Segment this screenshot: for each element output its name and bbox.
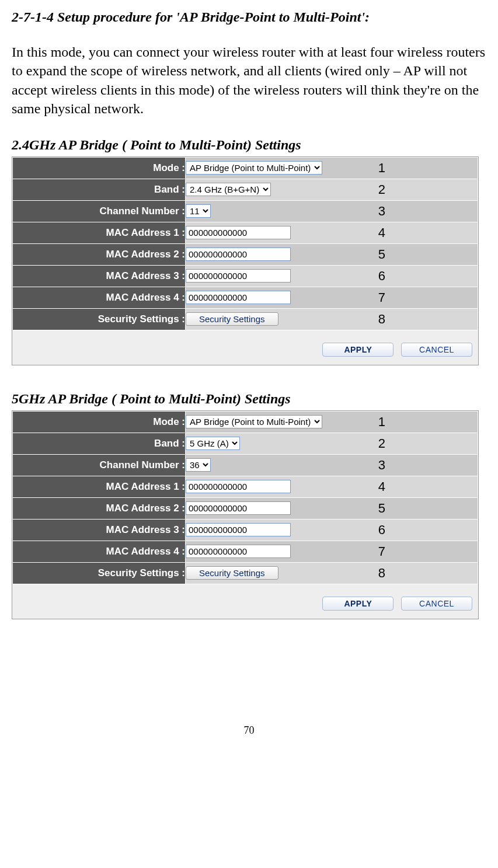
mac-address-input[interactable] — [186, 501, 291, 515]
row-annotation-number: 5 — [378, 501, 385, 516]
select-input[interactable]: 5 GHz (A) — [186, 437, 240, 450]
row-value-cell: 6 — [186, 265, 478, 287]
row-label: MAC Address 4 : — [13, 287, 186, 308]
apply-button[interactable]: APPLY — [322, 597, 393, 611]
security-settings-button[interactable]: Security Settings — [186, 312, 278, 326]
row-annotation-number: 6 — [378, 522, 385, 538]
row-annotation-number: 7 — [378, 544, 385, 559]
select-input[interactable]: 2.4 GHz (B+G+N) — [186, 183, 271, 196]
row-value-cell: 7 — [186, 541, 478, 562]
mac-address-input[interactable] — [186, 480, 291, 493]
config-row: MAC Address 3 :6 — [13, 265, 478, 287]
config-panel-24ghz: Mode :AP Bridge (Point to Multi-Point)1B… — [12, 156, 479, 365]
row-label: Channel Number : — [13, 200, 186, 222]
row-label: Channel Number : — [13, 454, 186, 476]
row-label: Security Settings : — [13, 308, 186, 330]
config-row: MAC Address 4 :7 — [13, 541, 478, 562]
row-annotation-number: 2 — [378, 182, 385, 197]
config-panel-5ghz: Mode :AP Bridge (Point to Multi-Point)1B… — [12, 410, 479, 619]
subheading-5ghz: 5GHz AP Bridge ( Point to Multi-Point) S… — [12, 391, 486, 407]
row-value-cell: 7 — [186, 287, 478, 308]
row-label: MAC Address 2 : — [13, 243, 186, 265]
row-value-cell: 4 — [186, 476, 478, 497]
row-label: MAC Address 3 : — [13, 519, 186, 541]
config-row: Channel Number :113 — [13, 200, 478, 222]
row-label: Mode : — [13, 411, 186, 433]
cancel-button[interactable]: CANCEL — [401, 597, 472, 611]
mac-address-input[interactable] — [186, 247, 291, 261]
config-row: Band :2.4 GHz (B+G+N)2 — [13, 179, 478, 200]
row-annotation-number: 8 — [378, 566, 385, 581]
row-value-cell: Security Settings8 — [186, 562, 478, 584]
row-annotation-number: 4 — [378, 479, 385, 494]
row-label: Security Settings : — [13, 562, 186, 584]
row-value-cell: Security Settings8 — [186, 308, 478, 330]
button-row: APPLY CANCEL — [12, 584, 478, 611]
subheading-24ghz: 2.4GHz AP Bridge ( Point to Multi-Point)… — [12, 137, 486, 153]
section-title: 2-7-1-4 Setup procedure for 'AP Bridge-P… — [12, 9, 486, 25]
row-label: Band : — [13, 179, 186, 200]
apply-button[interactable]: APPLY — [322, 343, 393, 357]
security-settings-button[interactable]: Security Settings — [186, 566, 278, 580]
config-table-5ghz: Mode :AP Bridge (Point to Multi-Point)1B… — [12, 411, 478, 584]
row-value-cell: 4 — [186, 222, 478, 243]
row-label: MAC Address 3 : — [13, 265, 186, 287]
row-label: Mode : — [13, 157, 186, 179]
row-annotation-number: 3 — [378, 458, 385, 473]
row-value-cell: 2.4 GHz (B+G+N)2 — [186, 179, 478, 200]
select-input[interactable]: 36 — [186, 458, 211, 472]
config-row: MAC Address 2 :5 — [13, 243, 478, 265]
row-value-cell: 363 — [186, 454, 478, 476]
select-input[interactable]: 11 — [186, 204, 211, 218]
config-row: Channel Number :363 — [13, 454, 478, 476]
row-annotation-number: 1 — [378, 161, 385, 176]
config-row: Security Settings :Security Settings8 — [13, 562, 478, 584]
config-row: Mode :AP Bridge (Point to Multi-Point)1 — [13, 157, 478, 179]
row-annotation-number: 3 — [378, 204, 385, 219]
row-annotation-number: 8 — [378, 312, 385, 327]
config-row: Band :5 GHz (A)2 — [13, 433, 478, 454]
row-label: MAC Address 2 : — [13, 497, 186, 519]
row-value-cell: 5 — [186, 243, 478, 265]
row-label: MAC Address 1 : — [13, 222, 186, 243]
config-row: Mode :AP Bridge (Point to Multi-Point)1 — [13, 411, 478, 433]
row-value-cell: 5 GHz (A)2 — [186, 433, 478, 454]
row-value-cell: AP Bridge (Point to Multi-Point)1 — [186, 157, 478, 179]
mac-address-input[interactable] — [186, 226, 291, 239]
row-annotation-number: 5 — [378, 247, 385, 262]
mac-address-input[interactable] — [186, 523, 291, 536]
config-row: Security Settings :Security Settings8 — [13, 308, 478, 330]
select-input[interactable]: AP Bridge (Point to Multi-Point) — [186, 415, 322, 428]
cancel-button[interactable]: CANCEL — [401, 343, 472, 357]
row-value-cell: 113 — [186, 200, 478, 222]
row-annotation-number: 6 — [378, 269, 385, 284]
row-value-cell: AP Bridge (Point to Multi-Point)1 — [186, 411, 478, 433]
config-row: MAC Address 1 :4 — [13, 476, 478, 497]
mac-address-input[interactable] — [186, 291, 291, 304]
mac-address-input[interactable] — [186, 545, 291, 558]
select-input[interactable]: AP Bridge (Point to Multi-Point) — [186, 161, 322, 175]
config-row: MAC Address 3 :6 — [13, 519, 478, 541]
row-label: Band : — [13, 433, 186, 454]
row-annotation-number: 4 — [378, 225, 385, 240]
page-number: 70 — [12, 724, 486, 737]
config-row: MAC Address 4 :7 — [13, 287, 478, 308]
row-value-cell: 5 — [186, 497, 478, 519]
row-label: MAC Address 1 : — [13, 476, 186, 497]
config-table-24ghz: Mode :AP Bridge (Point to Multi-Point)1B… — [12, 157, 478, 330]
row-label: MAC Address 4 : — [13, 541, 186, 562]
row-annotation-number: 1 — [378, 414, 385, 430]
mac-address-input[interactable] — [186, 269, 291, 283]
row-annotation-number: 2 — [378, 436, 385, 451]
row-annotation-number: 7 — [378, 290, 385, 305]
config-row: MAC Address 1 :4 — [13, 222, 478, 243]
row-value-cell: 6 — [186, 519, 478, 541]
button-row: APPLY CANCEL — [12, 330, 478, 357]
config-row: MAC Address 2 :5 — [13, 497, 478, 519]
intro-paragraph: In this mode, you can connect your wirel… — [12, 43, 486, 118]
